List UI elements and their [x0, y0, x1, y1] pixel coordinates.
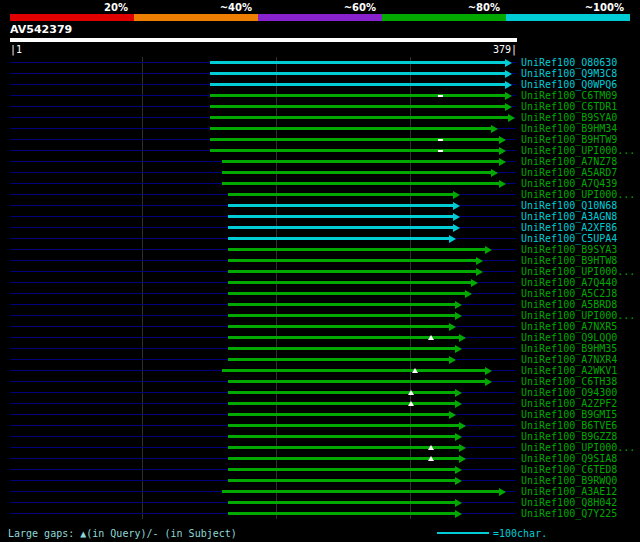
alignment-bar[interactable]	[228, 237, 452, 240]
alignment-bar[interactable]	[222, 160, 500, 163]
alignment-bar[interactable]	[210, 149, 500, 152]
query-gap-marker-icon	[428, 445, 434, 450]
hit-label[interactable]: UniRef100_B9HTW9	[521, 134, 617, 145]
alignment-bar[interactable]	[228, 215, 456, 218]
hit-label[interactable]: UniRef100_A2WKV1	[521, 365, 617, 376]
hit-label[interactable]: UniRef100_UPI000...	[521, 442, 635, 453]
alignment-row: UniRef100_Q9SIA8	[0, 453, 640, 464]
alignment-bar[interactable]	[222, 490, 500, 493]
alignment-bar[interactable]	[228, 204, 456, 207]
hit-label[interactable]: UniRef100_A7NXR5	[521, 321, 617, 332]
alignment-row: UniRef100_UPI000...	[0, 189, 640, 200]
hit-label[interactable]: UniRef100_UPI000...	[521, 310, 635, 321]
alignment-bar[interactable]	[228, 468, 457, 471]
alignment-bar[interactable]	[210, 127, 492, 130]
alignment-arrowhead-icon	[485, 378, 492, 386]
alignment-arrowhead-icon	[499, 180, 506, 188]
alignment-bar[interactable]	[228, 314, 457, 317]
alignment-arrowhead-icon	[449, 323, 456, 331]
alignment-arrowhead-icon	[455, 345, 462, 353]
hit-label[interactable]: UniRef100_B9HM34	[521, 123, 617, 134]
alignment-bar[interactable]	[228, 457, 461, 460]
alignment-bar[interactable]	[228, 446, 461, 449]
alignment-row: UniRef100_A5BRD8	[0, 299, 640, 310]
subject-gap-marker-icon	[438, 95, 443, 97]
hit-label[interactable]: UniRef100_B9RWQ0	[521, 475, 617, 486]
alignment-row: UniRef100_A7Q440	[0, 277, 640, 288]
hit-label[interactable]: UniRef100_A3AGN8	[521, 211, 617, 222]
alignment-bar[interactable]	[228, 380, 488, 383]
query-gap-marker-icon	[408, 390, 414, 395]
alignment-bar[interactable]	[222, 369, 487, 372]
alignment-bar[interactable]	[228, 270, 478, 273]
hit-label[interactable]: UniRef100_O80630	[521, 57, 617, 68]
alignment-bar[interactable]	[228, 336, 461, 339]
alignment-bar[interactable]	[228, 248, 488, 251]
alignment-bar[interactable]	[222, 171, 492, 174]
scale-segment: ~100%	[506, 2, 630, 22]
hit-label[interactable]: UniRef100_A7NXR4	[521, 354, 617, 365]
alignment-bar[interactable]	[228, 281, 473, 284]
alignment-bar[interactable]	[210, 116, 510, 119]
alignment-bar[interactable]	[228, 479, 457, 482]
alignment-bar[interactable]	[228, 193, 456, 196]
hit-label[interactable]: UniRef100_C5UPA4	[521, 233, 617, 244]
alignment-bar[interactable]	[210, 83, 507, 86]
hit-label[interactable]: UniRef100_Q9LQQ0	[521, 332, 617, 343]
alignment-arrowhead-icon	[499, 147, 506, 155]
hit-label[interactable]: UniRef100_B9GMI5	[521, 409, 617, 420]
alignment-bar[interactable]	[228, 512, 457, 515]
alignment-row: UniRef100_Q9M3C8	[0, 68, 640, 79]
hit-label[interactable]: UniRef100_Q9M3C8	[521, 68, 617, 79]
alignment-bar[interactable]	[228, 226, 456, 229]
hit-label[interactable]: UniRef100_C6TM09	[521, 90, 617, 101]
hit-label[interactable]: UniRef100_A7Q440	[521, 277, 617, 288]
scale-segment: ~80%	[382, 2, 506, 22]
hit-label[interactable]: UniRef100_Q10N68	[521, 200, 617, 211]
alignment-bar[interactable]	[210, 61, 507, 64]
alignment-bar[interactable]	[228, 292, 468, 295]
scale-segment-color	[382, 14, 506, 21]
alignment-bar[interactable]	[228, 424, 461, 427]
hit-label[interactable]: UniRef100_C6TED8	[521, 464, 617, 475]
hit-label[interactable]: UniRef100_B9SYA3	[521, 244, 617, 255]
alignment-bar[interactable]	[210, 94, 507, 97]
hit-label[interactable]: UniRef100_B9HTW8	[521, 255, 617, 266]
alignment-bar[interactable]	[210, 105, 507, 108]
alignment-bar[interactable]	[228, 435, 457, 438]
alignment-bar[interactable]	[228, 259, 478, 262]
hit-label[interactable]: UniRef100_O94300	[521, 387, 617, 398]
hit-label[interactable]: UniRef100_B9HM35	[521, 343, 617, 354]
hit-label[interactable]: UniRef100_Q8H042	[521, 497, 617, 508]
hit-label[interactable]: UniRef100_UPI000...	[521, 189, 635, 200]
hit-label[interactable]: UniRef100_A3AE12	[521, 486, 617, 497]
alignment-bar[interactable]	[228, 358, 452, 361]
alignment-bar[interactable]	[228, 347, 457, 350]
hit-label[interactable]: UniRef100_Q7Y225	[521, 508, 617, 519]
hit-label[interactable]: UniRef100_B9SYA0	[521, 112, 617, 123]
hit-label[interactable]: UniRef100_C6TH38	[521, 376, 617, 387]
hit-label[interactable]: UniRef100_UPI000...	[521, 145, 635, 156]
hit-label[interactable]: UniRef100_C6TDR1	[521, 101, 617, 112]
alignment-bar[interactable]	[210, 72, 507, 75]
hit-label[interactable]: UniRef100_UPI000...	[521, 266, 635, 277]
hit-label[interactable]: UniRef100_A7Q439	[521, 178, 617, 189]
alignment-bar[interactable]	[228, 501, 457, 504]
alignment-bar[interactable]	[222, 182, 500, 185]
hit-label[interactable]: UniRef100_B6TVE6	[521, 420, 617, 431]
hit-label[interactable]: UniRef100_B9GZZ8	[521, 431, 617, 442]
hit-label[interactable]: UniRef100_A5ARD7	[521, 167, 617, 178]
alignment-bar[interactable]	[228, 402, 457, 405]
hit-label[interactable]: UniRef100_Q0WPQ6	[521, 79, 617, 90]
alignment-bar[interactable]	[210, 138, 500, 141]
hit-label[interactable]: UniRef100_Q9SIA8	[521, 453, 617, 464]
hit-label[interactable]: UniRef100_A2ZPF2	[521, 398, 617, 409]
hit-label[interactable]: UniRef100_A5BRD8	[521, 299, 617, 310]
hit-label[interactable]: UniRef100_A7NZ78	[521, 156, 617, 167]
alignment-bar[interactable]	[228, 413, 452, 416]
hit-label[interactable]: UniRef100_A2XF86	[521, 222, 617, 233]
alignment-bar[interactable]	[228, 325, 452, 328]
hit-label[interactable]: UniRef100_A5C2J8	[521, 288, 617, 299]
alignment-bar[interactable]	[228, 303, 457, 306]
alignment-bar[interactable]	[228, 391, 457, 394]
